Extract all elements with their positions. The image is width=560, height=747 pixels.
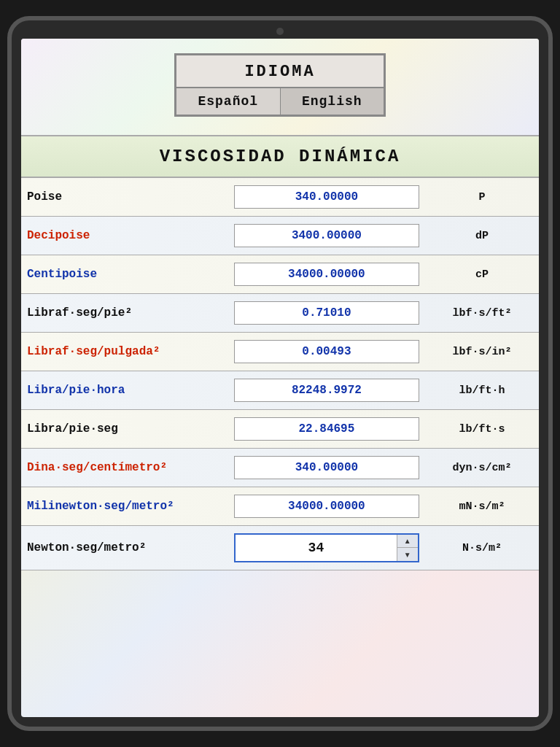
row-unit: lbf·s/ft² (425, 294, 539, 333)
row-label: Libra/pie·seg (21, 410, 228, 449)
table-row: Libraf·seg/pie²lbf·s/ft² (21, 294, 539, 333)
row-unit: mN·s/m² (425, 487, 539, 526)
language-box: IDIOMA Español English (174, 53, 386, 117)
row-input[interactable] (234, 301, 419, 325)
row-input[interactable] (234, 417, 419, 441)
device-frame: IDIOMA Español English VISCOSIDAD DINÁMI… (7, 16, 553, 731)
row-unit: lb/ft·s (425, 410, 539, 449)
table-row: DecipoisedP (21, 217, 539, 255)
language-section: IDIOMA Español English (21, 39, 539, 136)
table-section: VISCOSIDAD DINÁMICA PoisePDecipoisedPCen… (21, 136, 539, 570)
language-title: IDIOMA (176, 58, 384, 87)
table-row: Newton·seg/metro²▲▼N·s/m² (21, 526, 539, 570)
stepper-input[interactable] (236, 537, 397, 559)
row-unit: lbf·s/in² (425, 333, 539, 371)
row-label: Poise (21, 178, 228, 217)
row-input-cell (228, 333, 425, 371)
row-unit: cP (425, 255, 539, 294)
row-input-cell (228, 217, 425, 255)
row-input-cell (228, 371, 425, 410)
table-title-row: VISCOSIDAD DINÁMICA (21, 136, 539, 178)
row-label: Milinewton·seg/metro² (21, 487, 228, 526)
screen: IDIOMA Español English VISCOSIDAD DINÁMI… (21, 39, 539, 717)
table-row: Libra/pie·seglb/ft·s (21, 410, 539, 449)
row-label: Libraf·seg/pie² (21, 294, 228, 333)
front-camera-icon (276, 28, 284, 35)
table-row: Dina·seg/centímetro²dyn·s/cm² (21, 449, 539, 487)
row-input-cell (228, 410, 425, 449)
row-input-cell (228, 178, 425, 217)
stepper-up-button[interactable]: ▲ (397, 535, 418, 548)
english-button[interactable]: English (281, 88, 384, 115)
row-unit: P (425, 178, 539, 217)
row-unit: lb/ft·h (425, 371, 539, 410)
row-input[interactable] (234, 185, 419, 209)
row-label: Centipoise (21, 255, 228, 294)
table-row: Libra/pie·horalb/ft·h (21, 371, 539, 410)
row-input[interactable] (234, 379, 419, 402)
conversion-table: PoisePDecipoisedPCentipoisecPLibraf·seg/… (21, 178, 539, 570)
row-input[interactable] (234, 495, 419, 518)
row-input-cell: ▲▼ (228, 526, 425, 570)
stepper-arrows: ▲▼ (397, 535, 418, 561)
espanol-button[interactable]: Español (176, 88, 281, 115)
stepper-container: ▲▼ (234, 533, 419, 562)
row-input[interactable] (234, 456, 419, 479)
row-input-cell (228, 255, 425, 294)
table-title: VISCOSIDAD DINÁMICA (28, 147, 532, 166)
table-row: PoiseP (21, 178, 539, 217)
row-label: Libraf·seg/pulgada² (21, 333, 228, 371)
row-label: Decipoise (21, 217, 228, 255)
table-row: CentipoisecP (21, 255, 539, 294)
row-unit: dyn·s/cm² (425, 449, 539, 487)
row-label: Libra/pie·hora (21, 371, 228, 410)
row-label: Dina·seg/centímetro² (21, 449, 228, 487)
row-label: Newton·seg/metro² (21, 526, 228, 570)
row-input[interactable] (234, 340, 419, 363)
row-unit: N·s/m² (425, 526, 539, 570)
row-input[interactable] (234, 224, 419, 247)
row-input[interactable] (234, 263, 419, 286)
row-unit: dP (425, 217, 539, 255)
row-input-cell (228, 487, 425, 526)
table-row: Libraf·seg/pulgada²lbf·s/in² (21, 333, 539, 371)
row-input-cell (228, 449, 425, 487)
language-buttons: Español English (176, 87, 384, 115)
table-row: Milinewton·seg/metro²mN·s/m² (21, 487, 539, 526)
row-input-cell (228, 294, 425, 333)
stepper-down-button[interactable]: ▼ (397, 548, 418, 561)
